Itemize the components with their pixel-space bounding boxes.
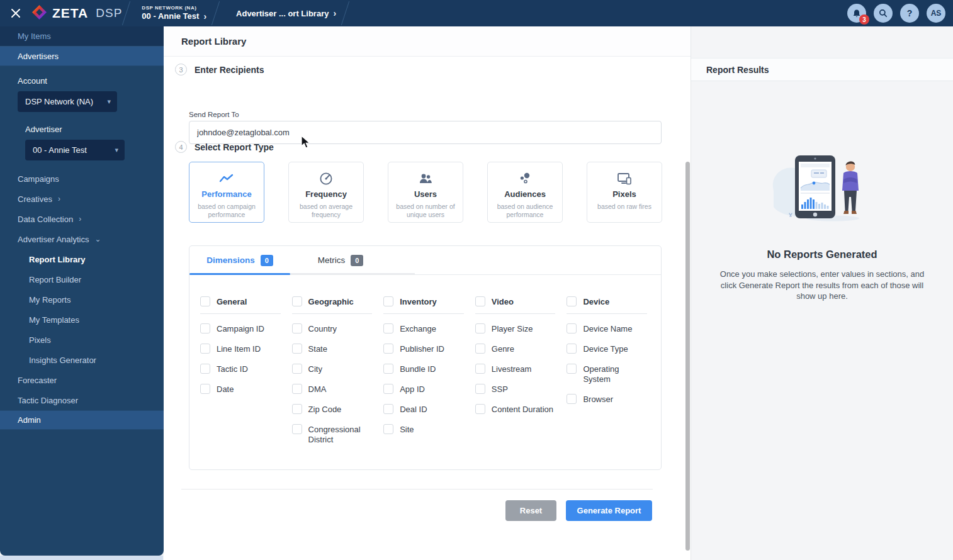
dimension-app-id[interactable]: App ID [383,384,470,395]
checkbox[interactable] [383,424,393,434]
sidebar-item-insights-generator[interactable]: Insights Generator [0,350,164,370]
dimension-country[interactable]: Country [292,323,379,334]
account-select[interactable]: DSP Network (NA) ▾ [18,91,117,112]
dimension-device-type[interactable]: Device Type [567,344,653,354]
report-type-card-users[interactable]: Users based on number of unique users [388,162,463,223]
help-button[interactable]: ? [900,4,919,23]
dimension-livestream[interactable]: Livestream [475,364,562,374]
dimension-campaign-id[interactable]: Campaign ID [200,323,287,334]
checkbox[interactable] [383,404,393,414]
group-checkbox-geographic[interactable]: Geographic [292,296,379,306]
group-checkbox-video[interactable]: Video [475,296,562,306]
checkbox[interactable] [567,364,577,374]
checkbox[interactable] [567,344,577,354]
checkbox[interactable] [567,296,577,306]
sidebar-section-admin[interactable]: Admin [0,410,164,430]
checkbox[interactable] [200,364,210,374]
user-avatar[interactable]: AS [927,4,945,23]
dimension-date[interactable]: Date [200,384,287,395]
dimension-browser[interactable]: Browser [567,394,653,405]
dimension-site[interactable]: Site [383,424,470,435]
checkbox[interactable] [200,384,210,394]
sidebar-item-report-builder[interactable]: Report Builder [0,269,164,289]
checkbox[interactable] [383,296,393,306]
sidebar-section-advertisers[interactable]: Advertisers [0,47,164,66]
checkbox[interactable] [200,296,210,306]
no-reports-title: No Reports Generated [691,249,953,260]
vertical-scrollbar[interactable] [685,162,690,551]
checkbox[interactable] [383,384,393,394]
sidebar-item-tactic-diagnoser[interactable]: Tactic Diagnoser [0,390,164,410]
chevron-down-icon: ▾ [115,146,118,154]
dimension-player-size[interactable]: Player Size [475,323,562,334]
sidebar-bottom-scrollbar[interactable] [0,556,163,560]
sidebar-item-my-templates[interactable]: My Templates [0,310,164,330]
dimension-exchange[interactable]: Exchange [383,323,470,334]
creatives-label: Creatives [18,194,52,204]
sidebar-item-report-library[interactable]: Report Library [0,249,164,269]
report-type-card-performance[interactable]: Performance based on campaign performanc… [189,162,264,223]
checkbox[interactable] [475,364,485,374]
report-type-card-audiences[interactable]: Audiences based on audience performance [487,162,563,223]
sidebar-item-my-reports[interactable]: My Reports [0,289,164,310]
sidebar-item-campaigns[interactable]: Campaigns [0,169,164,189]
checkbox[interactable] [292,323,302,333]
generate-report-button[interactable]: Generate Report [566,500,652,521]
checkbox[interactable] [200,323,210,333]
checkbox[interactable] [383,344,393,354]
checkbox[interactable] [292,404,302,414]
sidebar-item-forecaster[interactable]: Forecaster [0,370,164,390]
checkbox[interactable] [292,344,302,354]
reset-button[interactable]: Reset [505,500,556,521]
sidebar-item-data-collection[interactable]: Data Collection › [0,209,164,229]
dimension-publisher-id[interactable]: Publisher ID [383,344,470,354]
checkbox[interactable] [567,323,577,333]
notifications-button[interactable]: 3 [847,4,866,23]
search-button[interactable] [874,4,893,23]
report-type-card-pixels[interactable]: Pixels based on raw fires [587,162,662,223]
breadcrumb-page[interactable]: Advertiser ... ort Library › [236,9,336,18]
dimension-genre[interactable]: Genre [475,344,562,354]
dimension-tactic-id[interactable]: Tactic ID [200,364,287,374]
checkbox[interactable] [475,404,485,414]
checkbox[interactable] [292,364,302,374]
dimension-ssp[interactable]: SSP [475,384,562,395]
checkbox[interactable] [383,323,393,333]
checkbox[interactable] [200,344,210,354]
sidebar-item-advertiser-analytics[interactable]: Advertiser Analytics ⌄ [0,229,164,249]
dimension-operating-system[interactable]: Operating System [567,364,653,384]
dimension-congressional-district[interactable]: Congressional District [292,424,379,445]
dimension-line-item-id[interactable]: Line Item ID [200,344,287,354]
sidebar-item-pixels[interactable]: Pixels [0,330,164,350]
breadcrumb-account[interactable]: DSP NETWORK (NA) 00 - Annie Test › [142,5,206,21]
checkbox[interactable] [292,384,302,394]
dimension-dma[interactable]: DMA [292,384,379,395]
dimension-content-duration[interactable]: Content Duration [475,404,562,415]
checkbox[interactable] [475,323,485,333]
checkbox[interactable] [475,344,485,354]
report-type-card-frequency[interactable]: Frequency based on average frequency [288,162,364,223]
chevron-right-icon: › [79,215,81,223]
dimension-device-name[interactable]: Device Name [567,323,653,334]
checkbox[interactable] [475,296,485,306]
dimension-bundle-id[interactable]: Bundle ID [383,364,470,374]
close-icon[interactable] [9,6,23,20]
sidebar-item-creatives[interactable]: Creatives › [0,189,164,209]
tab-dimensions[interactable]: Dimensions 0 [189,246,290,274]
dimension-state[interactable]: State [292,344,379,354]
zeta-dsp-logo[interactable]: ZETA DSP [31,4,122,23]
checkbox[interactable] [292,424,302,434]
dimension-zip-code[interactable]: Zip Code [292,404,379,415]
advertiser-select[interactable]: 00 - Annie Test ▾ [25,140,125,160]
checkbox[interactable] [567,394,577,404]
sidebar-item-my-items[interactable]: My Items [0,26,164,47]
checkbox[interactable] [475,384,485,394]
tab-metrics[interactable]: Metrics 0 [290,246,391,274]
group-checkbox-inventory[interactable]: Inventory [383,296,470,306]
dimension-deal-id[interactable]: Deal ID [383,404,470,415]
checkbox[interactable] [292,296,302,306]
group-checkbox-device[interactable]: Device [567,296,653,306]
group-checkbox-general[interactable]: General [200,296,287,306]
checkbox[interactable] [383,364,393,374]
dimension-city[interactable]: City [292,364,379,374]
